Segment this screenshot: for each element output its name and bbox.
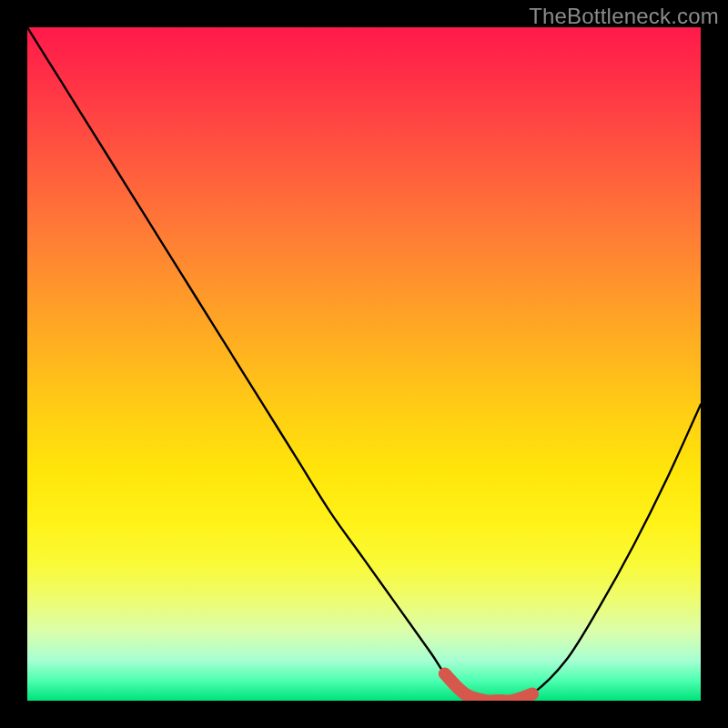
watermark-text: TheBottleneck.com bbox=[529, 4, 719, 29]
curve-svg bbox=[27, 27, 701, 701]
chart-container: TheBottleneck.com bbox=[0, 0, 728, 728]
plot-area bbox=[27, 27, 701, 701]
bottleneck-curve bbox=[27, 27, 701, 701]
highlight-marker bbox=[445, 673, 532, 701]
